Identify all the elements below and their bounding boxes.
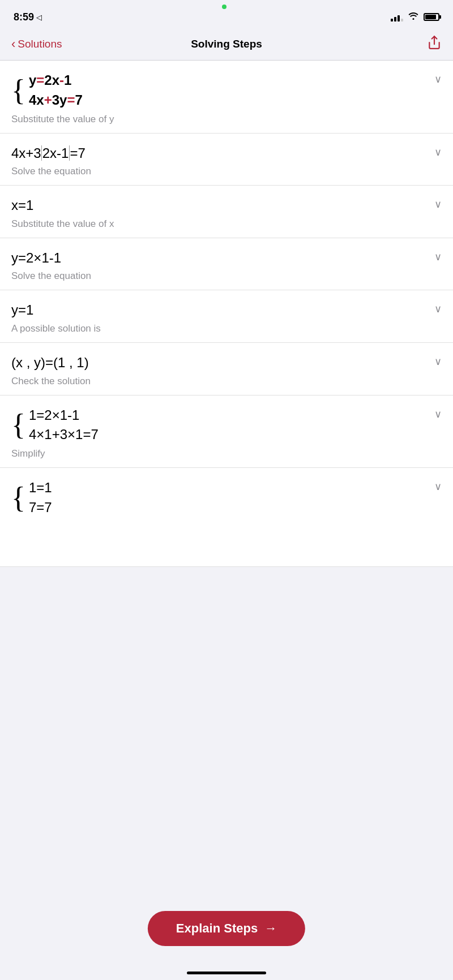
step-2-equation: 4x+32x-1=7 bbox=[11, 144, 442, 163]
chevron-down-icon: ∨ bbox=[434, 303, 442, 315]
chevron-down-icon: ∨ bbox=[434, 251, 442, 263]
explain-steps-label: Explain Steps bbox=[176, 921, 258, 936]
back-label: Solutions bbox=[18, 38, 62, 50]
chevron-down-icon: ∨ bbox=[434, 480, 442, 493]
back-button[interactable]: ‹ Solutions bbox=[11, 37, 62, 51]
arrow-icon: → bbox=[264, 921, 277, 936]
chevron-down-icon: ∨ bbox=[434, 73, 442, 85]
chevron-down-icon: ∨ bbox=[434, 198, 442, 210]
step-1-row[interactable]: { y=2x-1 4x+3y=7 Substitute the value of… bbox=[0, 61, 453, 134]
share-button[interactable] bbox=[427, 35, 442, 53]
green-dot bbox=[222, 5, 226, 9]
steps-content: { y=2x-1 4x+3y=7 Substitute the value of… bbox=[0, 61, 453, 567]
step-7-row[interactable]: { 1=2×1-1 4×1+3×1=7 Simplify ∨ bbox=[0, 396, 453, 468]
step-6-equation: (x , y)=(1 , 1) bbox=[11, 353, 442, 372]
chevron-down-icon: ∨ bbox=[434, 408, 442, 420]
step-1-line-1: y=2x-1 bbox=[29, 71, 83, 91]
step-5-equation: y=1 bbox=[11, 300, 442, 320]
step-4-description: Solve the equation bbox=[11, 270, 442, 282]
brace-icon: { bbox=[11, 76, 25, 105]
step-7-system-lines: 1=2×1-1 4×1+3×1=7 bbox=[29, 406, 99, 445]
step-8-row[interactable]: { 1=1 7=7 ∨ bbox=[0, 468, 453, 567]
status-time: 8:59 bbox=[14, 11, 34, 23]
explain-steps-button-container: Explain Steps → bbox=[148, 911, 305, 946]
step-8-line-2: 7=7 bbox=[29, 498, 52, 518]
page-title: Solving Steps bbox=[191, 38, 262, 50]
brace-icon: { bbox=[11, 410, 25, 440]
home-indicator bbox=[187, 972, 266, 974]
wifi-icon bbox=[408, 11, 419, 23]
signal-bars-icon bbox=[391, 12, 403, 22]
brace-icon: { bbox=[11, 483, 25, 513]
signal-bar-4 bbox=[401, 19, 403, 22]
step-5-description: A possible solution is bbox=[11, 323, 442, 334]
chevron-down-icon: ∨ bbox=[434, 146, 442, 158]
location-icon: ◁ bbox=[36, 13, 42, 22]
step-3-description: Substitute the value of x bbox=[11, 218, 442, 230]
battery-fill bbox=[425, 15, 436, 19]
step-7-description: Simplify bbox=[11, 448, 442, 459]
signal-bar-3 bbox=[398, 15, 400, 22]
step-8-equation: { 1=1 7=7 bbox=[11, 478, 442, 518]
step-7-equation: { 1=2×1-1 4×1+3×1=7 bbox=[11, 406, 442, 445]
step-6-description: Check the solution bbox=[11, 376, 442, 387]
step-3-row[interactable]: x=1 Substitute the value of x ∨ bbox=[0, 186, 453, 238]
back-chevron-icon: ‹ bbox=[11, 37, 15, 51]
step-1-equation: { y=2x-1 4x+3y=7 bbox=[11, 71, 442, 110]
battery-icon bbox=[424, 13, 439, 21]
step-4-row[interactable]: y=2×1-1 Solve the equation ∨ bbox=[0, 238, 453, 291]
chevron-down-icon: ∨ bbox=[434, 355, 442, 368]
step-6-row[interactable]: (x , y)=(1 , 1) Check the solution ∨ bbox=[0, 343, 453, 396]
step-1-system-lines: y=2x-1 4x+3y=7 bbox=[29, 71, 83, 110]
step-5-row[interactable]: y=1 A possible solution is ∨ bbox=[0, 290, 453, 343]
signal-bar-1 bbox=[391, 19, 393, 22]
step-2-row[interactable]: 4x+32x-1=7 Solve the equation ∨ bbox=[0, 134, 453, 186]
step-8-system-lines: 1=1 7=7 bbox=[29, 478, 52, 518]
status-bar: 8:59 ◁ bbox=[0, 0, 453, 31]
step-3-equation: x=1 bbox=[11, 196, 442, 215]
step-2-description: Solve the equation bbox=[11, 166, 442, 177]
step-1-line-2: 4x+3y=7 bbox=[29, 91, 83, 110]
explain-steps-button[interactable]: Explain Steps → bbox=[148, 911, 305, 946]
status-icons bbox=[391, 11, 439, 23]
step-1-description: Substitute the value of y bbox=[11, 114, 442, 125]
step-7-line-2: 4×1+3×1=7 bbox=[29, 425, 99, 445]
step-8-line-1: 1=1 bbox=[29, 478, 52, 498]
step-4-equation: y=2×1-1 bbox=[11, 248, 442, 268]
nav-bar: ‹ Solutions Solving Steps bbox=[0, 31, 453, 61]
signal-bar-2 bbox=[394, 17, 396, 22]
step-7-line-1: 1=2×1-1 bbox=[29, 406, 99, 425]
